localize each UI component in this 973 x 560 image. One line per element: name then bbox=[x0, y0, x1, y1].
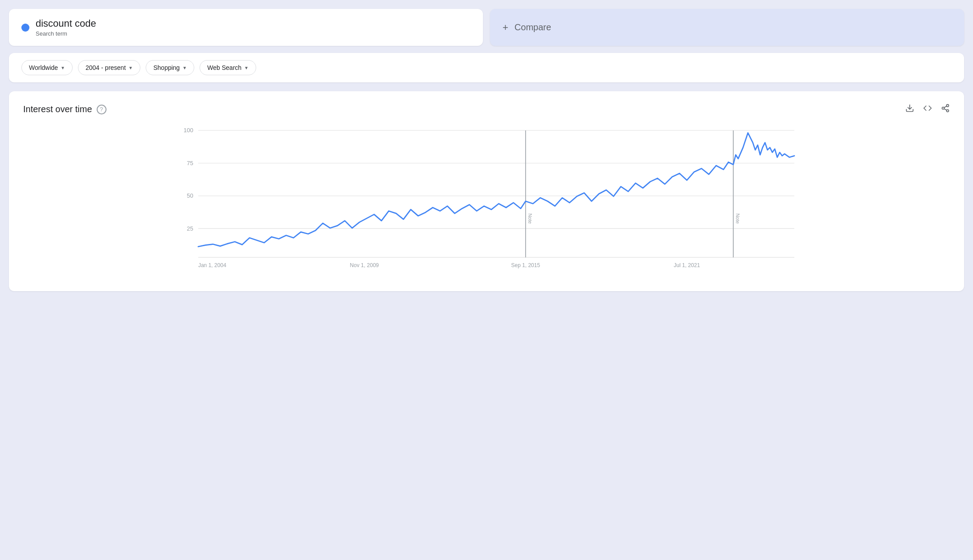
share-icon[interactable] bbox=[941, 104, 950, 115]
chart-header: Interest over time ? bbox=[23, 104, 950, 115]
embed-icon[interactable] bbox=[923, 104, 932, 115]
time-range-label: 2004 - present bbox=[86, 64, 126, 71]
svg-text:Sep 1, 2015: Sep 1, 2015 bbox=[511, 262, 540, 268]
svg-line-4 bbox=[944, 109, 947, 110]
filters-bar: Worldwide ▼ 2004 - present ▼ Shopping ▼ … bbox=[9, 53, 964, 82]
interest-chart: 100 75 50 25 Jan 1, 2004 Nov 1, 2009 Sep… bbox=[23, 126, 950, 277]
time-range-filter[interactable]: 2004 - present ▼ bbox=[78, 60, 140, 75]
svg-text:50: 50 bbox=[187, 192, 193, 199]
search-type-label: Web Search bbox=[207, 64, 241, 71]
location-filter[interactable]: Worldwide ▼ bbox=[21, 60, 73, 75]
svg-text:100: 100 bbox=[184, 127, 193, 134]
svg-text:Jul 1, 2021: Jul 1, 2021 bbox=[674, 262, 700, 268]
time-range-chevron-icon: ▼ bbox=[128, 65, 133, 70]
plus-icon: + bbox=[503, 22, 508, 33]
interest-over-time-card: Interest over time ? 100 75 bbox=[9, 91, 964, 291]
svg-text:25: 25 bbox=[187, 225, 193, 232]
search-term-text: discount code Search term bbox=[36, 18, 96, 37]
svg-line-5 bbox=[944, 106, 947, 107]
search-term-card: discount code Search term bbox=[9, 9, 483, 46]
svg-text:Note: Note bbox=[527, 213, 533, 223]
svg-text:Nov 1, 2009: Nov 1, 2009 bbox=[350, 262, 379, 268]
search-term-value: discount code bbox=[36, 18, 96, 29]
location-label: Worldwide bbox=[29, 64, 58, 71]
chart-title: Interest over time bbox=[23, 104, 92, 114]
svg-text:75: 75 bbox=[187, 160, 193, 166]
category-label: Shopping bbox=[153, 64, 180, 71]
download-icon[interactable] bbox=[905, 104, 914, 115]
search-dot-icon bbox=[21, 24, 29, 32]
compare-label: Compare bbox=[515, 22, 551, 32]
category-chevron-icon: ▼ bbox=[182, 65, 187, 70]
compare-card[interactable]: + Compare bbox=[490, 9, 964, 46]
search-term-subtitle: Search term bbox=[36, 30, 96, 37]
chart-actions bbox=[905, 104, 950, 115]
svg-text:Jan 1, 2004: Jan 1, 2004 bbox=[198, 262, 226, 268]
svg-text:Note: Note bbox=[735, 213, 740, 223]
trend-line bbox=[198, 133, 794, 247]
location-chevron-icon: ▼ bbox=[61, 65, 65, 70]
help-icon[interactable]: ? bbox=[97, 105, 106, 114]
category-filter[interactable]: Shopping ▼ bbox=[146, 60, 194, 75]
search-type-filter[interactable]: Web Search ▼ bbox=[200, 60, 256, 75]
chart-container: 100 75 50 25 Jan 1, 2004 Nov 1, 2009 Sep… bbox=[23, 126, 950, 277]
search-type-chevron-icon: ▼ bbox=[244, 65, 249, 70]
chart-title-row: Interest over time ? bbox=[23, 104, 106, 114]
